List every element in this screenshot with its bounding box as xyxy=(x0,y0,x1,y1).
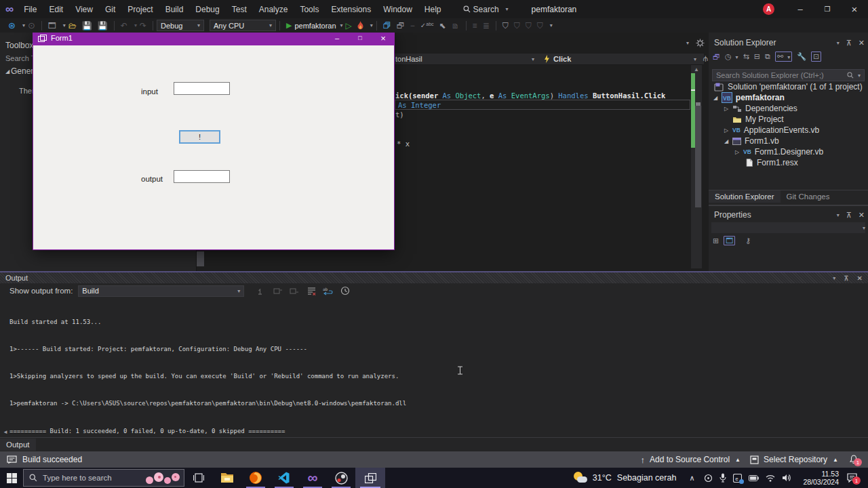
tree-item-form1-resx[interactable]: Form1.resx xyxy=(746,157,798,168)
expanded-arrow-icon[interactable]: ◢ xyxy=(712,95,719,101)
spell-check-icon[interactable]: ✓abc xyxy=(420,22,434,29)
menu-build[interactable]: Build xyxy=(159,0,190,18)
properties-pin-icon[interactable]: ⊼ xyxy=(846,211,852,220)
word-wrap-icon[interactable]: ab xyxy=(323,287,334,296)
window-minimize-button[interactable]: – xyxy=(787,0,814,18)
output-menu-icon[interactable]: ▾ xyxy=(833,275,835,281)
toolbar-overflow-icon[interactable]: ▾ xyxy=(550,22,553,28)
solution-explorer-titlebar[interactable]: Solution Explorer ▾ ⊼ ✕ xyxy=(714,38,865,47)
goto-next-message-icon[interactable] xyxy=(290,287,299,296)
editor-options-gear-icon[interactable] xyxy=(696,39,705,47)
collapsed-arrow-icon[interactable]: ▷ xyxy=(723,127,730,134)
find-message-icon[interactable] xyxy=(257,287,267,296)
solution-platform-combo[interactable]: Any CPU ▾ xyxy=(210,20,276,31)
form1-close-button[interactable]: × xyxy=(372,30,395,45)
solution-explorer-pin-icon[interactable]: ⊼ xyxy=(846,39,852,47)
search-highlight-blossom-image[interactable] xyxy=(142,471,182,486)
save-all-icon[interactable]: 💾 xyxy=(98,21,108,30)
tree-item-dependencies[interactable]: ▷ Dependencies xyxy=(723,103,797,114)
output-scroll-left-icon[interactable]: ◄ xyxy=(3,429,8,435)
collapsed-arrow-icon[interactable]: ▷ xyxy=(734,149,741,155)
hot-reload-icon[interactable] xyxy=(357,21,364,30)
weather-widget[interactable]: 31°C Sebagian cerah xyxy=(572,471,677,485)
tray-overflow-chevron-icon[interactable]: ∧ xyxy=(689,474,694,483)
taskbar-firefox[interactable] xyxy=(241,468,270,488)
scrollbar-up-arrow-icon[interactable]: ▲ xyxy=(694,66,699,73)
navbar-type-dropdown[interactable]: tonHasil ▾ xyxy=(395,55,534,63)
find-in-files-icon[interactable]: 🗗 xyxy=(397,21,405,30)
menu-debug[interactable]: Debug xyxy=(189,0,225,18)
show-all-files-icon[interactable]: ⚯▾ xyxy=(775,52,792,62)
new-project-icon[interactable]: 🗔 xyxy=(48,21,56,30)
action-center-button[interactable]: 1 xyxy=(847,473,857,483)
tray-teams-icon[interactable]: e xyxy=(733,474,742,483)
tab-solution-explorer[interactable]: Solution Explorer xyxy=(709,190,781,203)
menu-window[interactable]: Window xyxy=(377,0,418,18)
indent-decrease-icon[interactable]: ≡ xyxy=(473,21,477,30)
properties-close-icon[interactable]: ✕ xyxy=(859,211,865,220)
output-source-combo[interactable]: Build ▾ xyxy=(78,285,244,297)
bookmark-icon[interactable]: ⛉ xyxy=(502,21,509,30)
menu-edit[interactable]: Edit xyxy=(43,0,69,18)
taskbar-search-box[interactable]: Type here to search xyxy=(23,469,184,487)
taskbar-file-explorer[interactable] xyxy=(213,468,241,488)
tab-list-dropdown-icon[interactable]: ▾ xyxy=(686,40,689,46)
select-repository-button[interactable]: Select Repository ▲ xyxy=(750,455,849,464)
tab-output[interactable]: Output xyxy=(0,439,36,451)
start-debugging-button[interactable]: ▶ pemfaktoran ▾ xyxy=(283,21,343,30)
tab-git-changes[interactable]: Git Changes xyxy=(781,190,836,203)
editor-vertical-scrollbar[interactable]: ▲ xyxy=(691,65,702,268)
output-close-icon[interactable]: ✕ xyxy=(857,274,863,282)
properties-tool-icon[interactable]: 🔧 xyxy=(797,52,806,61)
scrollbar-thumb[interactable] xyxy=(695,106,701,207)
taskbar-visual-studio[interactable]: ∞ xyxy=(298,468,327,488)
tree-item-form1vb[interactable]: ◢ Form1.vb xyxy=(723,136,779,146)
start-button[interactable] xyxy=(0,468,23,488)
search-options-arrow-icon[interactable]: ▾ xyxy=(858,73,861,79)
search-control[interactable]: Search ▾ xyxy=(457,0,515,18)
events-view-icon[interactable]: 🗔 xyxy=(724,236,735,245)
property-pages-key-icon[interactable]: ⚷ xyxy=(745,237,751,245)
menu-help[interactable]: Help xyxy=(418,0,448,18)
window-close-button[interactable]: × xyxy=(841,0,868,18)
clear-bookmarks-icon[interactable]: ⛉ xyxy=(537,21,543,30)
comment-icon[interactable]: 🗈 xyxy=(452,21,460,30)
save-icon[interactable]: 💾 xyxy=(82,21,92,30)
properties-object-combo[interactable]: ▾ xyxy=(711,222,865,233)
build-solution-icon[interactable]: 🗇 xyxy=(383,21,391,30)
input-textbox[interactable] xyxy=(174,82,230,95)
form1-minimize-button[interactable]: – xyxy=(326,30,349,45)
taskbar-active-app[interactable] xyxy=(355,468,385,488)
notifications-bell[interactable]: 1 xyxy=(849,455,859,464)
menu-extensions[interactable]: Extensions xyxy=(325,0,377,18)
output-titlebar[interactable]: Output ▾ ⊼ ✕ xyxy=(0,272,868,283)
tray-alarm-icon[interactable] xyxy=(704,474,713,483)
taskbar-obs[interactable] xyxy=(327,468,355,488)
tree-item-project[interactable]: ◢ VB pemfaktoran xyxy=(712,92,785,103)
collapse-all-icon[interactable]: ⊟ xyxy=(754,52,760,61)
redo-icon[interactable]: ↷ xyxy=(140,21,146,30)
indent-increase-icon[interactable]: ≣ xyxy=(483,21,490,30)
add-to-source-control-button[interactable]: ↑ Add to Source Control ▲ xyxy=(641,455,751,465)
solution-explorer-close-icon[interactable]: ✕ xyxy=(859,39,865,47)
clear-all-icon[interactable] xyxy=(306,287,316,296)
menu-view[interactable]: View xyxy=(69,0,99,18)
menu-git[interactable]: Git xyxy=(99,0,121,18)
open-file-icon[interactable]: 🗁 xyxy=(68,21,77,30)
goto-previous-message-icon[interactable] xyxy=(273,287,283,296)
account-avatar[interactable]: A xyxy=(763,3,774,15)
toggle-timestamp-icon[interactable] xyxy=(340,286,350,296)
navigate-back-icon[interactable]: ⊛ xyxy=(8,20,16,30)
task-view-button[interactable] xyxy=(184,468,213,488)
preview-selected-items-icon[interactable]: ⊡ xyxy=(811,52,821,62)
previous-bookmark-icon[interactable]: ⛉ xyxy=(514,21,520,30)
output-pin-icon[interactable]: ⊼ xyxy=(844,274,848,282)
properties-titlebar[interactable]: Properties ▾ ⊼ ✕ xyxy=(714,210,865,220)
tray-microphone-icon[interactable] xyxy=(719,473,726,483)
menu-analyze[interactable]: Analyze xyxy=(253,0,294,18)
form1-maximize-button[interactable]: □ xyxy=(349,30,372,45)
solution-explorer-menu-icon[interactable]: ▾ xyxy=(837,40,840,46)
tray-volume-icon[interactable] xyxy=(782,474,791,482)
properties-menu-icon[interactable]: ▾ xyxy=(837,212,840,218)
window-restore-button[interactable]: ❐ xyxy=(814,0,841,18)
